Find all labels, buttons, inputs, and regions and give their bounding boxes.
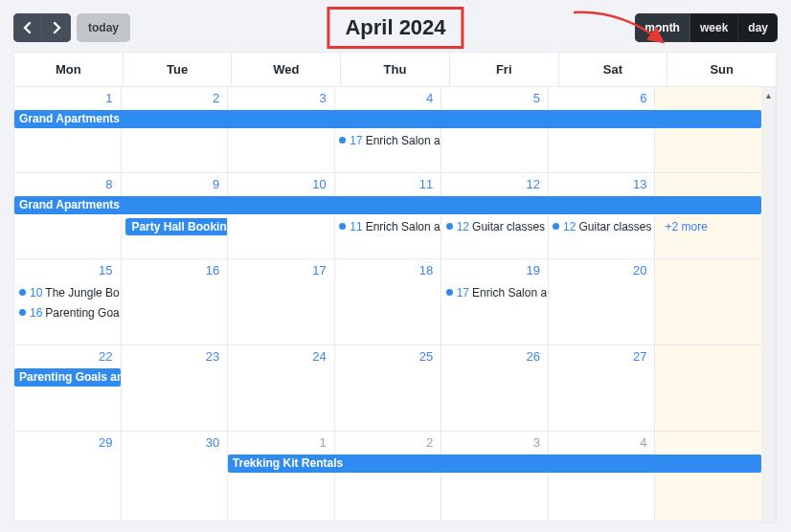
event-dot-icon	[339, 137, 346, 144]
day-header-cell: Sat	[559, 53, 668, 86]
event-title[interactable]: Enrich Salon and S	[366, 220, 441, 233]
event-slot	[334, 302, 441, 322]
chevron-right-icon	[53, 22, 61, 33]
event-title[interactable]: Enrich Salon and S	[472, 286, 548, 299]
event-chip[interactable]: Party Hall Booking	[125, 218, 227, 235]
today-button[interactable]: today	[77, 13, 130, 42]
prev-button[interactable]	[13, 13, 42, 42]
event-slot	[548, 282, 654, 302]
event-title[interactable]: Guitar classes for	[578, 220, 654, 233]
event-slot	[441, 130, 548, 150]
nav-button-group	[13, 13, 71, 42]
event-bar[interactable]: Trekking Kit Rentals	[228, 454, 761, 473]
event-time: 17	[350, 134, 362, 147]
event-time: 11	[350, 220, 362, 233]
event-slot: 10The Jungle Book r	[14, 282, 121, 302]
calendar-title: April 2024	[327, 7, 463, 49]
day-header-cell: Wed	[232, 53, 341, 86]
event-slot	[441, 302, 548, 322]
view-month-button[interactable]: month	[635, 13, 690, 42]
calendar-week: 222324252627Parenting Goals and Exp	[14, 345, 761, 432]
calendar-grid: 123456Grand Apartments17Enrich Salon and…	[14, 87, 761, 522]
day-header-row: MonTueWedThuFriSatSun	[14, 53, 776, 87]
more-events-link[interactable]: +2 more	[660, 220, 708, 233]
event-time: 12	[563, 220, 576, 233]
calendar-week: 123456Grand Apartments17Enrich Salon and…	[14, 87, 761, 173]
event-dot-icon	[446, 289, 453, 296]
day-header-cell: Mon	[14, 53, 124, 86]
event-slot	[548, 130, 654, 150]
event-slot	[334, 282, 441, 302]
event-time: 10	[30, 286, 42, 299]
event-dot-icon	[19, 309, 26, 316]
event-title[interactable]: Guitar classes for	[472, 220, 548, 233]
event-dot-icon	[446, 223, 453, 230]
event-bar[interactable]: Grand Apartments	[14, 110, 761, 128]
event-slot	[228, 302, 334, 322]
event-slot	[121, 282, 227, 302]
calendar-week: 29301234Trekking Kit Rentals	[14, 432, 761, 521]
event-slot	[228, 130, 334, 150]
event-slot: 17Enrich Salon and S	[441, 282, 548, 302]
day-header-cell: Thu	[341, 53, 450, 86]
event-time: 12	[457, 220, 469, 233]
day-header-cell: Sun	[667, 53, 776, 86]
event-slot	[14, 130, 121, 150]
event-slot	[655, 302, 761, 322]
scroll-up-arrow-icon: ▴	[761, 87, 776, 103]
day-header-cell: Tue	[124, 53, 233, 86]
event-bar[interactable]: Parenting Goals and Exp	[14, 368, 121, 387]
chevron-left-icon	[23, 22, 32, 33]
event-slot: 11Enrich Salon and S	[334, 216, 441, 236]
event-slot	[228, 216, 334, 236]
view-switch-group: month week day	[635, 13, 778, 42]
event-slot	[655, 282, 761, 302]
event-dot-icon	[339, 223, 346, 230]
event-time: 16	[30, 306, 42, 320]
event-slot	[14, 216, 121, 236]
event-slot	[121, 302, 227, 322]
event-slot	[548, 302, 654, 322]
calendar-week: 8910111213Grand ApartmentsParty Hall Boo…	[14, 173, 761, 259]
event-title[interactable]: Enrich Salon and S	[366, 134, 441, 147]
event-dot-icon	[19, 289, 26, 296]
event-slot: 17Enrich Salon and S	[334, 130, 441, 150]
calendar-week: 15161718192010The Jungle Book r17Enrich …	[14, 259, 761, 345]
event-dot-icon	[553, 223, 559, 230]
event-slot: 12Guitar classes for	[548, 216, 654, 236]
event-slot	[228, 282, 334, 302]
view-week-button[interactable]: week	[690, 13, 738, 42]
event-slot: +2 more	[655, 216, 761, 236]
event-title[interactable]: Parenting Goals an	[45, 306, 121, 320]
event-slot	[121, 130, 227, 150]
event-slot	[655, 130, 761, 150]
event-bar[interactable]: Grand Apartments	[14, 196, 761, 214]
event-title[interactable]: The Jungle Book r	[45, 286, 121, 299]
calendar: MonTueWedThuFriSatSun 123456Grand Apartm…	[13, 52, 777, 523]
event-slot: 16Parenting Goals an	[14, 302, 121, 322]
event-slot: Party Hall Booking	[121, 216, 227, 236]
vertical-scrollbar[interactable]: ▴	[761, 87, 776, 522]
event-time: 17	[457, 286, 469, 299]
next-button[interactable]	[42, 13, 71, 42]
event-slot: 12Guitar classes for	[441, 216, 548, 236]
view-day-button[interactable]: day	[738, 13, 778, 42]
day-header-cell: Fri	[450, 53, 559, 86]
